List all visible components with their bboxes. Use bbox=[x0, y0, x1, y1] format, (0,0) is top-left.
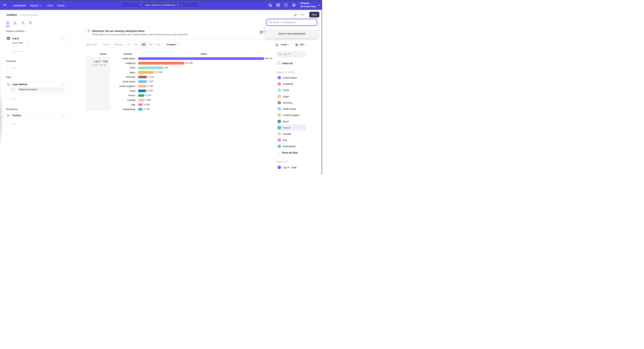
svg-text:?: ? bbox=[286, 4, 287, 6]
